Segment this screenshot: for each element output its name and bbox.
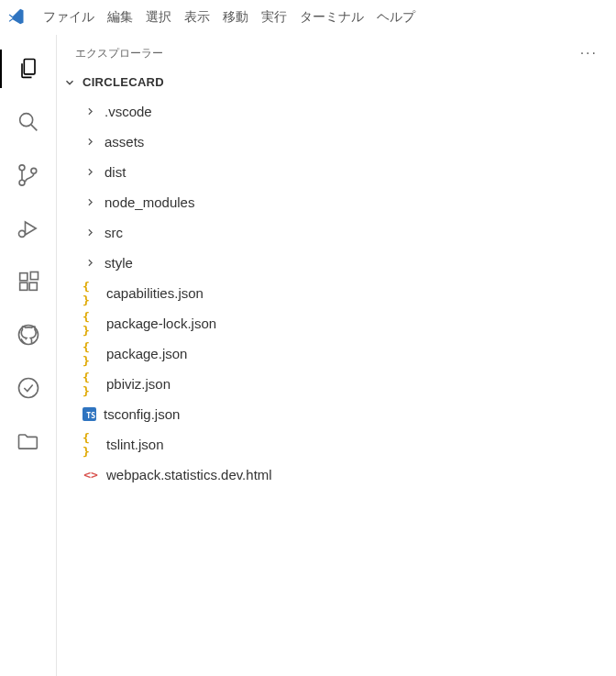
json-icon: { }	[82, 280, 99, 307]
main: エクスプローラー ··· CIRCLECARD .vscode assets d…	[0, 35, 616, 676]
activity-extensions[interactable]	[0, 255, 56, 308]
folder-label: node_modules	[104, 194, 616, 210]
folder-row[interactable]: dist	[57, 157, 616, 187]
menu-file[interactable]: ファイル	[37, 6, 101, 29]
file-row[interactable]: { } pbiviz.json	[57, 369, 616, 399]
activity-github[interactable]	[0, 308, 56, 361]
folder-row[interactable]: src	[57, 217, 616, 248]
files-icon	[16, 56, 41, 82]
activity-run-debug[interactable]	[0, 202, 56, 255]
chevron-down-icon	[62, 76, 77, 89]
github-icon	[16, 322, 41, 348]
activity-bar	[0, 35, 57, 676]
svg-point-1	[19, 165, 25, 171]
menu-edit[interactable]: 編集	[101, 6, 139, 29]
file-row[interactable]: { } package.json	[57, 338, 616, 369]
file-label: tsconfig.json	[104, 406, 616, 422]
json-icon: { }	[82, 340, 99, 368]
file-label: package.json	[106, 346, 616, 361]
titlebar: ファイル 編集 選択 表示 移動 実行 ターミナル ヘルプ	[0, 0, 616, 35]
folder-label: src	[104, 225, 616, 240]
chevron-right-icon	[82, 105, 97, 117]
chevron-right-icon	[82, 257, 97, 269]
svg-rect-8	[30, 272, 38, 280]
chevron-right-icon	[82, 136, 97, 148]
vscode-logo-icon	[7, 7, 26, 28]
folder-row[interactable]: style	[57, 248, 616, 278]
file-row[interactable]: { } package-lock.json	[57, 308, 616, 338]
folder-label: style	[104, 255, 616, 271]
json-icon: { }	[82, 310, 99, 338]
folder-icon	[16, 428, 41, 454]
more-actions-icon[interactable]: ···	[580, 45, 598, 61]
chevron-right-icon	[82, 196, 97, 208]
check-circle-icon	[16, 375, 41, 401]
workspace-root-name: CIRCLECARD	[82, 75, 164, 89]
html-icon: <>	[82, 468, 99, 482]
folder-row[interactable]: assets	[57, 127, 616, 157]
activity-testing[interactable]	[0, 361, 56, 415]
activity-search[interactable]	[0, 95, 56, 149]
file-label: pbiviz.json	[106, 376, 616, 392]
explorer-sidebar: エクスプローラー ··· CIRCLECARD .vscode assets d…	[57, 35, 616, 676]
file-row[interactable]: <> webpack.statistics.dev.html	[57, 460, 616, 490]
svg-point-2	[19, 180, 25, 185]
search-icon	[16, 109, 41, 135]
file-label: capabilities.json	[106, 285, 616, 301]
workspace-root-header[interactable]: CIRCLECARD	[57, 72, 616, 93]
menu-terminal[interactable]: ターミナル	[293, 6, 370, 29]
file-label: package-lock.json	[106, 316, 616, 331]
file-row[interactable]: { } capabilities.json	[57, 278, 616, 308]
file-row[interactable]: TS tsconfig.json	[57, 399, 616, 429]
sidebar-title: エクスプローラー	[75, 46, 163, 61]
svg-rect-6	[19, 283, 27, 290]
chevron-right-icon	[82, 166, 97, 178]
activity-source-control[interactable]	[0, 149, 56, 202]
chevron-right-icon	[82, 227, 97, 238]
activity-folder[interactable]	[0, 415, 56, 468]
play-bug-icon	[16, 216, 41, 241]
file-label: tslint.json	[106, 437, 616, 452]
folder-row[interactable]: .vscode	[57, 96, 616, 127]
file-label: webpack.statistics.dev.html	[106, 467, 616, 482]
svg-point-4	[18, 230, 25, 237]
extensions-icon	[16, 269, 41, 294]
json-icon: { }	[82, 431, 99, 459]
folder-label: .vscode	[104, 104, 616, 119]
menubar: ファイル 編集 選択 表示 移動 実行 ターミナル ヘルプ	[37, 6, 422, 29]
svg-rect-5	[19, 273, 27, 281]
json-icon: { }	[82, 371, 99, 398]
menu-help[interactable]: ヘルプ	[370, 6, 422, 29]
file-tree: .vscode assets dist node_modules src sty…	[57, 93, 616, 493]
svg-point-3	[30, 168, 36, 173]
file-row[interactable]: { } tslint.json	[57, 429, 616, 460]
branch-icon	[16, 162, 41, 188]
menu-selection[interactable]: 選択	[139, 6, 178, 29]
svg-rect-7	[29, 283, 37, 290]
sidebar-header: エクスプローラー ···	[57, 35, 616, 72]
folder-row[interactable]: node_modules	[57, 187, 616, 217]
menu-view[interactable]: 表示	[178, 6, 216, 29]
svg-point-10	[18, 379, 38, 398]
folder-label: dist	[104, 164, 616, 180]
menu-go[interactable]: 移動	[216, 6, 255, 29]
ts-icon: TS	[82, 407, 96, 421]
folder-label: assets	[104, 134, 616, 150]
menu-run[interactable]: 実行	[255, 6, 293, 29]
activity-explorer[interactable]	[0, 42, 56, 95]
svg-point-0	[19, 114, 32, 127]
